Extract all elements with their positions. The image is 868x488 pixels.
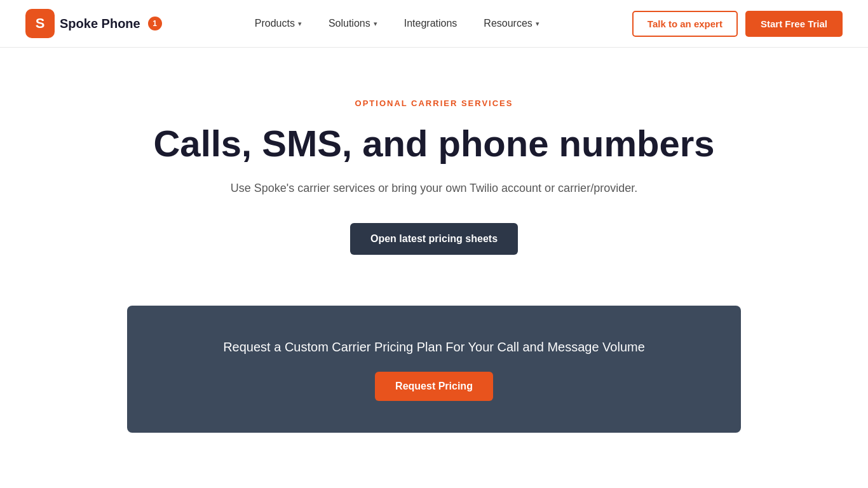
- hero-section: OPTIONAL CARRIER SERVICES Calls, SMS, an…: [0, 48, 868, 306]
- hero-subtitle: Use Spoke's carrier services or bring yo…: [231, 179, 637, 198]
- hero-title: Calls, SMS, and phone numbers: [153, 123, 714, 164]
- chevron-down-icon: ▾: [536, 20, 539, 28]
- logo-name: Spoke Phone: [60, 17, 140, 31]
- notification-badge: 1: [148, 17, 162, 30]
- nav-center: Products ▾ Solutions ▾ Integrations Reso…: [243, 13, 551, 34]
- logo-icon: S: [25, 9, 55, 38]
- navbar: S Spoke Phone 1 Products ▾ Solutions ▾ I…: [0, 0, 868, 48]
- nav-right: Talk to an expert Start Free Trial: [632, 11, 843, 37]
- request-pricing-button[interactable]: Request Pricing: [375, 372, 493, 401]
- chevron-down-icon: ▾: [298, 20, 302, 28]
- start-free-trial-button[interactable]: Start Free Trial: [745, 11, 843, 37]
- nav-item-resources[interactable]: Resources ▾: [472, 13, 550, 34]
- cta-title: Request a Custom Carrier Pricing Plan Fo…: [223, 337, 645, 356]
- talk-to-expert-button[interactable]: Talk to an expert: [632, 11, 738, 37]
- hero-eyebrow: OPTIONAL CARRIER SERVICES: [355, 98, 513, 108]
- chevron-down-icon: ▾: [374, 20, 377, 28]
- nav-item-solutions[interactable]: Solutions ▾: [317, 13, 389, 34]
- nav-item-integrations[interactable]: Integrations: [393, 13, 469, 34]
- nav-left: S Spoke Phone 1: [25, 9, 162, 38]
- open-pricing-sheets-button[interactable]: Open latest pricing sheets: [350, 223, 518, 255]
- cta-section: Request a Custom Carrier Pricing Plan Fo…: [127, 306, 741, 433]
- nav-item-products[interactable]: Products ▾: [243, 13, 313, 34]
